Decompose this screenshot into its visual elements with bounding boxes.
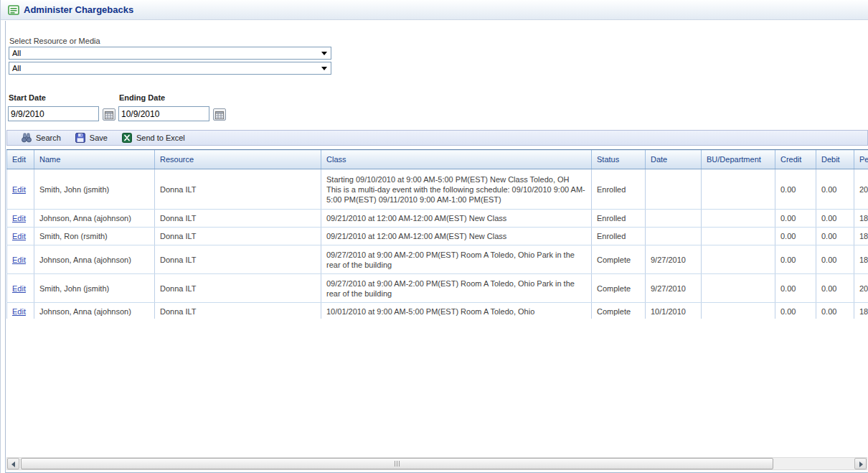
- col-header-per: Pe: [854, 150, 868, 169]
- cell-per: 20: [854, 274, 868, 303]
- cell-name: Johnson, Anna (ajohnson): [34, 245, 155, 274]
- col-header-credit: Credit: [775, 150, 816, 169]
- save-button-label: Save: [90, 134, 108, 142]
- scrollbar-thumb[interactable]: [21, 458, 773, 469]
- cell-bu-department: [702, 245, 775, 274]
- table-row: Edit Smith, Ron (rsmith) Donna ILT 09/21…: [7, 228, 868, 245]
- cell-status: Complete: [592, 303, 646, 319]
- col-header-name: Name: [34, 150, 155, 169]
- cell-resource: Donna ILT: [155, 274, 321, 303]
- start-date-input[interactable]: [8, 106, 99, 121]
- cell-status: Complete: [592, 274, 646, 303]
- excel-icon: [121, 133, 133, 144]
- administer-chargebacks-window: Administer Chargebacks Select Resource o…: [0, 0, 868, 473]
- cell-credit: 0.00: [775, 210, 816, 228]
- cell-class: 09/27/2010 at 9:00 AM-2:00 PM(EST) Room …: [321, 245, 592, 274]
- cell-bu-department: [702, 169, 775, 210]
- cell-class: 09/21/2010 at 12:00 AM-12:00 AM(EST) New…: [321, 210, 592, 228]
- page-title: Administer Chargebacks: [24, 0, 133, 20]
- col-header-edit: Edit: [7, 150, 34, 169]
- chevron-down-icon: [321, 52, 327, 55]
- start-date-calendar-button[interactable]: [103, 108, 115, 121]
- binoculars-icon: [21, 133, 32, 144]
- thumb-grip-icon: [395, 461, 400, 467]
- cell-status: Complete: [592, 245, 646, 274]
- resource-select[interactable]: All: [9, 47, 331, 60]
- cell-name: Johnson, Anna (ajohnson): [34, 210, 155, 228]
- cell-date: [646, 169, 702, 210]
- cell-bu-department: [702, 274, 775, 303]
- table-row: Edit Johnson, Anna (ajohnson) Donna ILT …: [7, 303, 868, 319]
- table-row: Edit Johnson, Anna (ajohnson) Donna ILT …: [7, 210, 868, 228]
- cell-date: 10/1/2010: [646, 303, 702, 319]
- col-header-status: Status: [592, 150, 646, 169]
- scroll-right-button[interactable]: [854, 458, 867, 469]
- cell-debit: 0.00: [816, 274, 854, 303]
- cell-name: Smith, John (jsmith): [34, 169, 155, 210]
- arrow-left-icon: [11, 462, 15, 467]
- media-select[interactable]: All: [9, 62, 331, 75]
- results-grid-viewport: Edit Name Resource Class Status Date BU/…: [6, 149, 868, 319]
- save-button[interactable]: Save: [75, 133, 108, 144]
- send-to-excel-button-label: Send to Excel: [136, 134, 185, 142]
- cell-credit: 0.00: [775, 303, 816, 319]
- cell-name: Johnson, Anna (ajohnson): [34, 303, 155, 319]
- page-header: Administer Chargebacks: [1, 0, 868, 20]
- cell-bu-department: [702, 228, 775, 245]
- search-button[interactable]: Search: [21, 133, 61, 144]
- cell-date: 9/27/2010: [646, 245, 702, 274]
- cell-bu-department: [702, 303, 775, 319]
- cell-date: [646, 228, 702, 245]
- cell-per: 18: [854, 210, 868, 228]
- results-grid: Edit Name Resource Class Status Date BU/…: [6, 149, 868, 319]
- cell-debit: 0.00: [816, 228, 854, 245]
- ending-date-calendar-button[interactable]: [213, 108, 226, 121]
- cell-class: Starting 09/10/2010 at 9:00 AM-5:00 PM(E…: [321, 169, 592, 210]
- cell-credit: 0.00: [775, 228, 816, 245]
- cell-per: 20: [854, 169, 868, 210]
- content-panel: Select Resource or Media All All Start D…: [5, 21, 868, 473]
- floppy-disk-icon: [75, 133, 86, 144]
- col-header-date: Date: [646, 150, 702, 169]
- cell-resource: Donna ILT: [155, 228, 321, 245]
- cell-class: 10/01/2010 at 9:00 AM-5:00 PM(EST) Room …: [321, 303, 592, 319]
- edit-link[interactable]: Edit: [12, 232, 26, 240]
- cell-status: Enrolled: [592, 169, 646, 210]
- cell-debit: 0.00: [816, 169, 854, 210]
- cell-name: Smith, John (jsmith): [34, 274, 155, 303]
- select-resource-label: Select Resource or Media: [9, 37, 100, 45]
- cell-bu-department: [702, 210, 775, 228]
- cell-per: 18: [854, 245, 868, 274]
- cell-class: 09/27/2010 at 9:00 AM-2:00 PM(EST) Room …: [321, 274, 592, 303]
- cell-debit: 0.00: [816, 303, 854, 319]
- resource-select-value: All: [12, 49, 21, 57]
- send-to-excel-button[interactable]: Send to Excel: [121, 133, 185, 144]
- scroll-left-button[interactable]: [7, 458, 19, 469]
- cell-status: Enrolled: [592, 228, 646, 245]
- cell-per: 18: [854, 303, 868, 319]
- cell-date: [646, 210, 702, 228]
- chevron-down-icon: [321, 67, 327, 70]
- cell-per: 18: [854, 228, 868, 245]
- edit-link[interactable]: Edit: [12, 307, 26, 316]
- calendar-icon: [103, 111, 115, 119]
- edit-link[interactable]: Edit: [12, 284, 26, 293]
- start-date-label: Start Date: [9, 93, 46, 102]
- col-header-bu-department: BU/Department: [702, 150, 775, 169]
- cell-date: 9/27/2010: [646, 274, 702, 303]
- cell-debit: 0.00: [816, 245, 854, 274]
- cell-credit: 0.00: [775, 169, 816, 210]
- edit-link[interactable]: Edit: [12, 185, 26, 194]
- ending-date-label: Ending Date: [119, 93, 165, 102]
- edit-link[interactable]: Edit: [12, 214, 26, 223]
- cell-credit: 0.00: [775, 245, 816, 274]
- ending-date-input[interactable]: [118, 106, 209, 121]
- cell-class: 09/21/2010 at 12:00 AM-12:00 AM(EST) New…: [321, 228, 592, 245]
- cell-credit: 0.00: [775, 274, 816, 303]
- edit-link[interactable]: Edit: [12, 256, 26, 264]
- table-row: Edit Smith, John (jsmith) Donna ILT 09/2…: [7, 274, 868, 303]
- cell-resource: Donna ILT: [155, 303, 321, 319]
- cell-resource: Donna ILT: [155, 210, 321, 228]
- cell-name: Smith, Ron (rsmith): [34, 228, 155, 245]
- arrow-right-icon: [859, 462, 863, 467]
